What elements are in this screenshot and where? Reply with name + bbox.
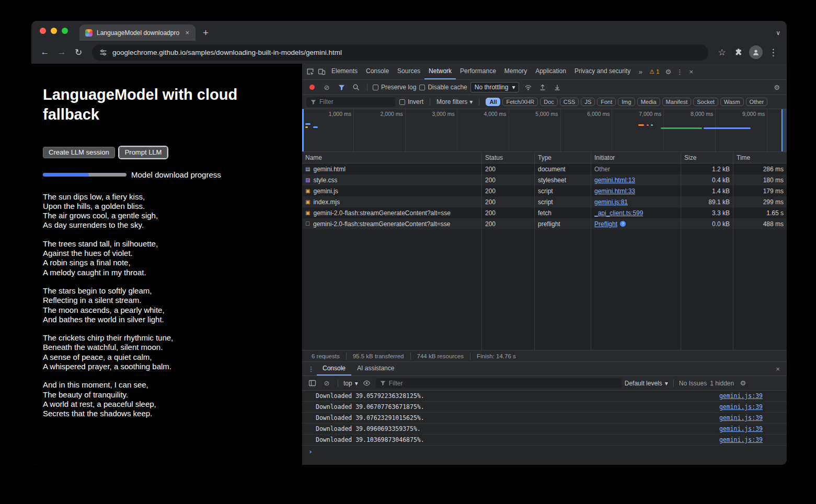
disable-cache-checkbox[interactable]: Disable cache bbox=[419, 84, 467, 91]
back-button[interactable]: ← bbox=[38, 45, 52, 60]
window-close-button[interactable] bbox=[40, 28, 46, 34]
initiator-link[interactable]: gemini.html:13 bbox=[594, 177, 635, 184]
network-request-row[interactable]: gemini-2.0-flash:streamGenerateContent?a… bbox=[302, 218, 787, 229]
drawer-kebab-icon[interactable]: ⋮ bbox=[305, 363, 317, 374]
drawer-close-icon[interactable]: × bbox=[772, 363, 784, 374]
console-source-link[interactable]: gemini.js:39 bbox=[719, 425, 763, 432]
request-type-chip[interactable]: Font bbox=[597, 98, 616, 106]
transferred-size: 95.5 kB transferred bbox=[349, 353, 408, 359]
request-type-chip[interactable]: Doc bbox=[540, 98, 558, 106]
issues-status[interactable]: No Issues bbox=[679, 380, 707, 387]
export-har-icon[interactable] bbox=[551, 81, 563, 93]
initiator-link[interactable]: Preflight bbox=[594, 220, 617, 228]
log-levels-dropdown[interactable]: Default levels ▾ bbox=[625, 380, 668, 387]
devtools-tab[interactable]: Application bbox=[531, 64, 570, 79]
devtools-tab[interactable]: Elements bbox=[327, 64, 362, 79]
drawer-tab[interactable]: Console bbox=[317, 362, 351, 376]
devtools-tab[interactable]: Privacy and security bbox=[570, 64, 635, 79]
column-header-initiator[interactable]: Initiator bbox=[591, 152, 681, 163]
network-request-row[interactable]: gemini.js 200 script gemini.html:33 ? 1.… bbox=[302, 185, 787, 196]
console-source-link[interactable]: gemini.js:39 bbox=[719, 436, 763, 443]
console-filter-input[interactable]: Filter bbox=[376, 378, 622, 388]
timeline-brush-left[interactable] bbox=[302, 109, 304, 151]
devtools-settings-icon[interactable]: ⚙ bbox=[662, 66, 674, 77]
network-request-row[interactable]: gemini-2.0-flash:streamGenerateContent?a… bbox=[302, 207, 787, 218]
profile-avatar[interactable] bbox=[749, 45, 763, 59]
request-type-chip[interactable]: Img bbox=[618, 98, 635, 106]
request-type-chip[interactable]: Manifest bbox=[662, 98, 692, 106]
more-filters-dropdown[interactable]: More filters ▾ bbox=[436, 98, 473, 106]
javascript-context-selector[interactable]: top ▾ bbox=[343, 380, 358, 387]
console-source-link[interactable]: gemini.js:39 bbox=[719, 414, 763, 421]
device-toolbar-icon[interactable] bbox=[316, 66, 327, 77]
timeline-brush-right[interactable] bbox=[781, 109, 787, 151]
network-request-row[interactable]: index.mjs 200 script gemini.js:81 ? 89.1… bbox=[302, 196, 787, 207]
request-type-chip[interactable]: CSS bbox=[560, 98, 579, 106]
window-zoom-button[interactable] bbox=[62, 28, 68, 34]
initiator-link[interactable]: gemini.js:81 bbox=[594, 198, 628, 206]
invert-filter-checkbox[interactable]: Invert bbox=[399, 98, 423, 106]
live-expression-eye-icon[interactable] bbox=[361, 378, 373, 389]
record-network-log-button[interactable] bbox=[309, 85, 315, 90]
clear-console-icon[interactable]: ⊘ bbox=[321, 378, 332, 389]
network-settings-gear-icon[interactable]: ⚙ bbox=[771, 81, 783, 93]
initiator-link[interactable]: Other bbox=[594, 166, 610, 173]
inspect-element-icon[interactable] bbox=[304, 66, 316, 77]
devtools-close-icon[interactable]: × bbox=[685, 66, 697, 77]
devtools-tab[interactable]: Performance bbox=[456, 64, 500, 79]
request-type-chip[interactable]: Socket bbox=[693, 98, 718, 106]
import-har-icon[interactable] bbox=[537, 81, 548, 93]
extensions-icon[interactable] bbox=[731, 45, 746, 60]
devtools-kebab-icon[interactable]: ⋮ bbox=[674, 66, 685, 77]
hidden-messages-count[interactable]: 1 hidden bbox=[710, 380, 734, 387]
reload-button[interactable]: ↻ bbox=[71, 45, 86, 60]
initiator-link[interactable]: _api_client.ts:599 bbox=[594, 209, 643, 217]
request-type-chip[interactable]: Wasm bbox=[720, 98, 744, 106]
address-bar[interactable]: googlechrome.github.io/samples/downloadi… bbox=[92, 44, 708, 61]
prompt-llm-button[interactable]: Prompt LLM bbox=[119, 147, 168, 158]
window-minimize-button[interactable] bbox=[51, 28, 57, 34]
forward-button[interactable]: → bbox=[54, 45, 69, 60]
network-request-row[interactable]: gemini.html 200 document Other ? 1.2 kB … bbox=[302, 163, 787, 174]
network-filter-input[interactable]: Filter bbox=[306, 97, 395, 107]
column-header-size[interactable]: Size bbox=[681, 152, 733, 163]
column-header-type[interactable]: Type bbox=[535, 152, 591, 163]
drawer-tab[interactable]: AI assistance bbox=[351, 362, 400, 376]
clear-network-log-icon[interactable]: ⊘ bbox=[321, 81, 332, 93]
column-header-name[interactable]: Name bbox=[302, 152, 482, 163]
bookmark-star-icon[interactable]: ☆ bbox=[715, 45, 729, 60]
filter-icon[interactable] bbox=[336, 81, 347, 93]
tab-search-button[interactable]: ∨ bbox=[776, 29, 780, 37]
request-type-chip[interactable]: Fetch/XHR bbox=[502, 98, 538, 106]
tab-close-icon[interactable]: × bbox=[184, 29, 190, 37]
request-type-chip[interactable]: JS bbox=[581, 98, 595, 106]
browser-menu-kebab-icon[interactable]: ⋮ bbox=[766, 45, 780, 60]
devtools-tab[interactable]: Memory bbox=[500, 64, 531, 79]
initiator-link[interactable]: gemini.html:33 bbox=[594, 187, 635, 195]
devtools-tab[interactable]: Sources bbox=[393, 64, 424, 79]
network-overview-timeline[interactable]: 1,000 ms 2,000 ms 3,000 ms 4,000 ms 5,00… bbox=[302, 109, 787, 152]
network-request-row[interactable]: style.css 200 stylesheet gemini.html:13 … bbox=[302, 174, 787, 185]
preserve-log-checkbox[interactable]: Preserve log bbox=[373, 84, 416, 91]
request-type-chip[interactable]: Other bbox=[746, 98, 768, 106]
network-conditions-icon[interactable] bbox=[522, 81, 534, 93]
console-prompt[interactable]: › bbox=[302, 446, 787, 455]
throttling-select[interactable]: No throttling ▾ bbox=[470, 82, 520, 92]
create-llm-session-button[interactable]: Create LLM session bbox=[43, 147, 115, 158]
request-type-chip[interactable]: All bbox=[486, 98, 500, 106]
column-header-time[interactable]: Time bbox=[733, 152, 787, 163]
devtools-tab[interactable]: Console bbox=[362, 64, 393, 79]
console-source-link[interactable]: gemini.js:39 bbox=[719, 403, 763, 411]
site-settings-icon[interactable] bbox=[99, 49, 107, 56]
console-settings-icon[interactable]: ⚙ bbox=[737, 378, 749, 389]
issues-warning-badge[interactable]: ⚠ 1 bbox=[646, 68, 662, 75]
new-tab-button[interactable]: + bbox=[203, 27, 209, 39]
console-sidebar-icon[interactable] bbox=[306, 378, 318, 389]
request-type-chip[interactable]: Media bbox=[637, 98, 660, 106]
devtools-tab[interactable]: Network bbox=[424, 64, 456, 79]
browser-tab[interactable]: LanguageModel downloadpro × bbox=[79, 25, 196, 41]
column-header-status[interactable]: Status bbox=[482, 152, 535, 163]
search-icon[interactable] bbox=[350, 81, 362, 93]
console-source-link[interactable]: gemini.js:39 bbox=[719, 392, 763, 400]
more-panels-icon[interactable]: » bbox=[635, 66, 646, 77]
